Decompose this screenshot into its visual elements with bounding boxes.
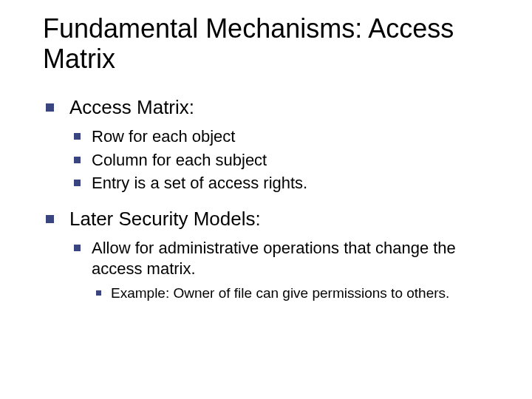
- bullet-list-level1: Later Security Models: Allow for adminis…: [43, 207, 502, 302]
- list-item: Column for each subject: [69, 150, 502, 171]
- bullet-list-level2: Allow for administrative operations that…: [69, 238, 502, 302]
- list-item-text: Entry is a set of access rights.: [92, 174, 307, 192]
- list-item: Allow for administrative operations that…: [69, 238, 502, 302]
- list-item-text: Column for each subject: [92, 151, 267, 169]
- list-item-text: Row for each object: [92, 127, 235, 146]
- list-item: Example: Owner of file can give permissi…: [92, 284, 502, 302]
- bullet-list-level3: Example: Owner of file can give permissi…: [92, 284, 502, 302]
- bullet-list-level1: Access Matrix: Row for each object Colum…: [43, 95, 502, 194]
- list-item-text: Example: Owner of file can give permissi…: [111, 285, 449, 301]
- list-item: Access Matrix: Row for each object Colum…: [43, 95, 502, 194]
- list-item: Later Security Models: Allow for adminis…: [43, 207, 502, 302]
- list-item-text: Access Matrix:: [69, 96, 194, 118]
- list-item-text: Allow for administrative operations that…: [92, 239, 456, 278]
- list-item: Row for each object: [69, 126, 502, 147]
- spacer: [43, 201, 502, 207]
- list-item: Entry is a set of access rights.: [69, 173, 502, 194]
- slide-title: Fundamental Mechanisms: Access Matrix: [43, 13, 502, 75]
- slide: Fundamental Mechanisms: Access Matrix Ac…: [0, 0, 532, 399]
- bullet-list-level2: Row for each object Column for each subj…: [69, 126, 502, 194]
- list-item-text: Later Security Models:: [69, 208, 261, 230]
